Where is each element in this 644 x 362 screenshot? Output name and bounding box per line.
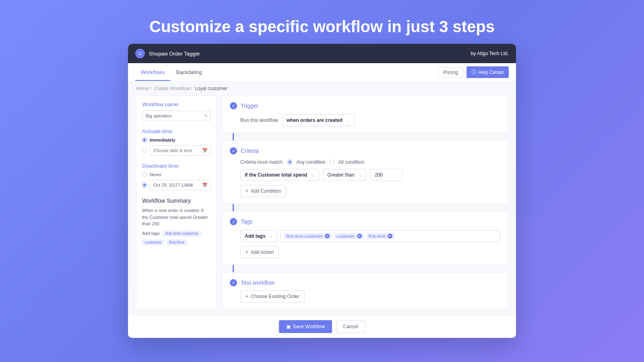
criteria-field-select[interactable]: if the Customer total spend ⌄ [240,169,319,181]
activate-immediately-text: Immediately [150,138,175,142]
criteria-match-label: Criteria must match: [240,159,283,165]
tags-panel: ✓ Tags Add tags ⌄ first-time-customer ✕ [222,211,508,265]
tags-title: Tags [241,218,253,225]
summary-tag: first-time-customer [162,230,201,237]
deactivate-never-radio[interactable] [142,172,147,177]
check-icon: ✓ [230,279,237,286]
tags-action-value: Add tags [245,233,265,239]
connector-line [233,265,234,272]
calendar-icon[interactable]: 📅 [202,183,208,188]
criteria-any-text: Any condition [296,159,325,165]
app-window: Shopaw Order Tagger by Altgo Tech Ltd. W… [128,44,516,338]
activate-time-label: Activate time: [142,128,211,134]
workflow-name-input[interactable] [142,111,211,121]
breadcrumb-home[interactable]: Home [136,86,149,91]
choose-order-label: Choose Existing Order [251,294,299,299]
workflow-name-label: Workflow name: [142,101,211,107]
app-logo-icon [135,49,145,58]
trigger-select[interactable]: when orders are created ⌄ [282,114,355,126]
tab-backdating[interactable]: Backdating [171,64,208,81]
tag-chip: first-time ✕ [366,233,395,239]
breadcrumb: Home/ Create Workflow/ Loyal customer [128,82,516,95]
criteria-all-text: All condition [338,159,364,165]
add-action-label: Add Action [251,249,274,255]
criteria-all-radio[interactable] [329,160,334,165]
plus-icon: + [246,294,248,299]
tag-chip-label: first-time [369,234,386,239]
tab-row: Workflows Backdating Pricing ⓘ Help Cent… [128,63,516,82]
test-title: Test workflow [241,280,275,286]
tag-chip-label: customer [336,234,355,239]
breadcrumb-create[interactable]: Create Workflow [154,86,190,91]
tags-action-select[interactable]: Add tags ⌄ [240,230,277,242]
remove-tag-icon[interactable]: ✕ [325,234,330,239]
svg-point-1 [140,52,141,53]
tab-workflows[interactable]: Workflows [135,64,171,81]
calendar-icon[interactable]: 📅 [202,148,208,153]
footer-bar: ▣ Save Workflow Cancel [128,315,516,338]
help-center-button[interactable]: ⓘ Help Center [466,66,509,78]
check-icon: ✓ [230,147,237,154]
criteria-operator-select[interactable]: Greater than ⌄ [323,169,366,181]
title-bar: Shopaw Order Tagger by Altgo Tech Ltd. [128,44,516,63]
add-condition-button[interactable]: + Add Condition [240,185,286,197]
cancel-button[interactable]: Cancel [336,320,365,333]
remove-tag-icon[interactable]: ✕ [357,234,362,239]
app-name: Shopaw Order Tagger [149,51,200,57]
trigger-select-value: when orders are created [287,117,343,123]
vendor-label: by Altgo Tech Ltd. [471,51,509,56]
deactivate-date-radio[interactable] [142,183,147,187]
deactivate-date-input[interactable] [150,180,211,190]
add-condition-label: Add Condition [251,188,281,194]
workflow-summary-text: When a new order is created, if the Cust… [142,207,211,227]
remove-tag-icon[interactable]: ✕ [388,234,392,239]
plus-icon: + [246,188,248,194]
choose-order-button[interactable]: + Choose Existing Order [240,290,305,302]
add-action-button[interactable]: + Add Action [240,246,279,258]
summary-add-tags-label: Add tags [142,231,159,236]
check-icon: ✓ [230,218,237,225]
criteria-operator-value: Greater than [327,172,354,178]
pricing-button[interactable]: Pricing [438,67,463,78]
breadcrumb-current: Loyal customer [195,86,227,91]
tag-chip-label: first-time-customer [286,234,323,239]
save-icon: ▣ [286,324,291,329]
criteria-value-input[interactable] [370,169,402,181]
chevron-down-icon: ⌄ [359,173,362,177]
main-column: ✓ Trigger Run this workflow when orders … [222,95,508,309]
chevron-down-icon: ⌄ [312,173,315,177]
edit-icon[interactable]: ✎ [204,113,208,119]
check-icon: ✓ [230,102,237,109]
tags-input-field[interactable]: first-time-customer ✕ customer ✕ first-t… [280,230,500,242]
save-workflow-button[interactable]: ▣ Save Workflow [279,320,332,333]
activate-immediately-radio[interactable] [142,138,147,142]
tag-chip: customer ✕ [334,233,364,239]
body-area: Workflow name: ✎ Activate time: Immediat… [128,95,516,315]
save-workflow-label: Save Workflow [293,324,325,329]
deactivate-time-label: Deactivate time: [142,163,211,169]
workflow-summary-label: Workflow Summary [142,197,211,204]
trigger-panel: ✓ Trigger Run this workflow when orders … [222,95,508,133]
criteria-title: Criteria [241,148,259,154]
activate-date-radio[interactable] [142,148,147,153]
help-icon: ⓘ [471,69,476,76]
marketing-headline: Customize a specific workflow in just 3 … [0,0,644,44]
tag-chip: first-time-customer ✕ [284,233,332,239]
criteria-field-value: if the Customer total spend [245,172,307,178]
plus-icon: + [246,249,248,255]
connector-line [233,133,234,140]
chevron-down-icon: ⌄ [270,234,273,239]
deactivate-never-text: Never [150,172,161,177]
sidebar-panel: Workflow name: ✎ Activate time: Immediat… [136,95,217,309]
svg-point-0 [139,52,140,53]
connector-line [233,204,234,211]
criteria-panel: ✓ Criteria Criteria must match: Any cond… [222,140,508,204]
activate-date-input[interactable] [150,145,211,156]
criteria-any-radio[interactable] [287,160,292,165]
test-panel: ✓ Test workflow + Choose Existing Order [222,272,508,309]
trigger-run-label: Run this workflow [240,117,278,123]
summary-tag: first-time [166,239,187,245]
summary-tag: customer [142,239,164,245]
help-center-label: Help Center [478,70,504,75]
trigger-title: Trigger [241,103,258,109]
